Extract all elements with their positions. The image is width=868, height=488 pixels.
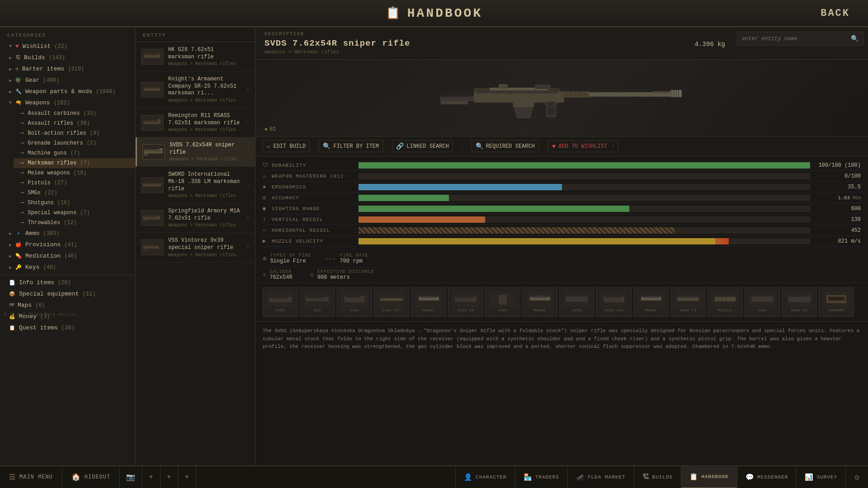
add-button[interactable]: + <box>142 466 160 488</box>
traders-nav-button[interactable]: 🏪 TRADERS <box>515 466 567 488</box>
sidebar-subitem-shotguns[interactable]: — Shotguns (16) <box>14 198 135 208</box>
ergonomics-bar-fill <box>359 184 562 190</box>
edit-build-button[interactable]: ✏ EDIT BUILD <box>263 140 310 152</box>
entity-item-6[interactable]: VSS Vintorez 9x39 special sniper rifle W… <box>136 233 255 262</box>
sidebar-item-barter[interactable]: ▶ ⚙ Barter items (219) <box>0 63 135 75</box>
sidebar-subitem-machine-guns[interactable]: — Machine guns (7) <box>14 148 135 158</box>
sidebar-subitem-assault-rifles[interactable]: — Assault rifles (39) <box>14 118 135 128</box>
sidebar-subitem-special[interactable]: — Special weapons (7) <box>14 208 135 218</box>
sidebar-subitem-smgs[interactable]: — SMGs (22) <box>14 188 135 198</box>
slot-img <box>786 291 813 307</box>
svg-rect-51 <box>380 298 403 301</box>
handbook-nav-button[interactable]: 📋 HANDBOOK <box>681 466 737 488</box>
svg-rect-11 <box>144 153 148 156</box>
sidebar-item-medication[interactable]: ▶ 💊 Medication (40) <box>0 250 135 262</box>
filter-icon: 🔍 <box>323 142 330 150</box>
infoitems-count: (26) <box>58 280 71 286</box>
vrecoil-bar <box>359 216 810 223</box>
slot-svds-4[interactable]: SVDS <box>559 287 594 317</box>
slot-svds-1[interactable]: SVDS <box>263 287 298 317</box>
muzzle-bar-fill <box>359 238 729 244</box>
expand-icon: ▼ <box>9 44 12 49</box>
keys-icon: 🔑 <box>15 264 22 270</box>
sidebar-subitem-pistols[interactable]: — Pistols (27) <box>14 178 135 188</box>
sidebar-subitem-grenade[interactable]: — Grenade launchers (2) <box>14 138 135 148</box>
sidebar-item-weapons[interactable]: ▼ 🔫 Weapons (182) <box>0 97 135 108</box>
entity-item-1[interactable]: Knight's Armament Company SR-25 7.62x51 … <box>136 71 255 108</box>
search-icon[interactable]: 🔍 <box>846 32 863 45</box>
sidebar-item-gear[interactable]: ▶ 🪖 Gear (400) <box>0 75 135 86</box>
barter-label: Barter items <box>22 66 65 72</box>
flea-market-nav-button[interactable]: 🦟 FLEA MARKET <box>567 466 634 488</box>
survey-nav-button[interactable]: 📊 SURVEY <box>796 466 845 488</box>
entity-img-1 <box>141 82 164 98</box>
entity-name-0: HK G28 7.62x51 marksman rifle <box>168 47 242 61</box>
builds-nav-button[interactable]: 🏗 BUILDS <box>634 466 681 488</box>
add-to-wishlist-button[interactable]: ♥ ADD TO WISHLIST › <box>548 141 618 152</box>
attachments-grid: SVDS SVD SVDS <box>255 283 868 322</box>
sidebar-item-ammo[interactable]: ▶ 🔹 Ammo (383) <box>0 228 135 239</box>
slot-svds-2[interactable]: SVDS <box>337 287 372 317</box>
sidebar-item-weaponparts[interactable]: ▶ 🔧 Weapon parts & mods (1948) <box>0 86 135 97</box>
entity-item-3[interactable]: SVDS 7.62x54R sniper rifle Weapons > Mar… <box>136 137 255 167</box>
slot-svds-3[interactable]: SVDS <box>485 287 520 317</box>
maps-icon: 🗺 <box>9 302 14 308</box>
entity-item-5[interactable]: Springfield Armory M1A 7.62x51 rifle Wea… <box>136 203 255 233</box>
sidebar-subitem-bolt-action[interactable]: — Bolt-action rifles (9) <box>14 128 135 138</box>
slot-svds-ub[interactable]: SVDS UB <box>448 287 483 317</box>
slot-img <box>526 291 553 307</box>
sidebar-item-specialequip[interactable]: 📦 Special equipment (11) <box>0 288 135 300</box>
slot-svds-gas[interactable]: SVDS gas <box>596 287 632 317</box>
slot-muzzle[interactable]: MUZZLE <box>708 287 743 317</box>
sidebar-item-wishlist[interactable]: ▼ ♥ Wishlist (22) <box>0 41 135 52</box>
slot-chamber[interactable]: CHAMBER <box>819 287 854 317</box>
provisions-icon: 🍎 <box>15 242 22 248</box>
sidebar-subitem-throwables[interactable]: — Throwables (12) <box>14 218 135 228</box>
slot-mount-2[interactable]: MOUNT <box>522 287 557 317</box>
messenger-nav-button[interactable]: 💬 MESSENGER <box>737 466 796 488</box>
slot-svds-fs[interactable]: SVDS FS <box>670 287 706 317</box>
slot-svd[interactable]: SVD <box>300 287 335 317</box>
slot-img <box>341 291 368 307</box>
plus3-button[interactable]: + <box>178 466 196 488</box>
slot-label: MOUNT <box>533 307 547 313</box>
camera-button[interactable]: 📷 <box>120 466 142 488</box>
entity-text-4: SWORD International Mk-18 .338 LM marksm… <box>168 171 242 198</box>
slot-mount-3[interactable]: MOUNT <box>633 287 669 317</box>
entity-sub-3: Weapons > Marksman rifles <box>170 157 242 162</box>
app-title: 📋 HANDBOOK <box>386 6 482 20</box>
sidebar-subitem-melee[interactable]: — Melee weapons (18) <box>14 168 135 178</box>
sidebar-item-questitems[interactable]: 📋 Quest items (38) <box>0 322 135 333</box>
sidebar-subitem-assault-carbines[interactable]: — Assault carbines (15) <box>14 108 135 118</box>
character-nav-button[interactable]: 👤 CHARACTER <box>455 466 514 488</box>
medication-label: Medication <box>25 253 61 259</box>
sidebar-item-provisions[interactable]: ▶ 🍎 Provisions (41) <box>0 239 135 250</box>
search-wrapper: 🔍 <box>737 32 863 46</box>
back-button[interactable]: BACK <box>821 8 850 19</box>
svg-rect-19 <box>143 248 148 251</box>
filter-by-item-button[interactable]: 🔍 FILTER BY ITEM <box>319 140 383 152</box>
slot-svds-rs[interactable]: SVDS RS <box>782 287 817 317</box>
slot-svds-5[interactable]: SVDS <box>745 287 780 317</box>
slot-svds22[interactable]: SVDS 22" <box>374 287 409 317</box>
vrecoil-label: VERTICAL RECOIL <box>272 217 353 222</box>
entity-item-4[interactable]: SWORD International Mk-18 .338 LM marksm… <box>136 167 255 203</box>
linked-search-button[interactable]: 🔗 LINKED SEARCH <box>392 140 453 152</box>
sidebar-item-infoitems[interactable]: 📄 Info items (26) <box>0 277 135 288</box>
settings-button[interactable]: ⚙ <box>845 466 868 488</box>
hideout-button[interactable]: 🏠 HIDEOUT <box>62 466 120 488</box>
required-search-button[interactable]: 🔍 REQUIRED SEARCH <box>472 140 539 152</box>
sidebar-item-builds[interactable]: ▶ 🏗 Builds (143) <box>0 52 135 63</box>
sidebar-item-maps[interactable]: 🗺 Maps (6) <box>0 300 135 311</box>
search2-icon: 🔍 <box>476 142 483 150</box>
search-input[interactable] <box>737 33 846 45</box>
camera-icon: 📷 <box>126 473 136 482</box>
sidebar-item-keys[interactable]: ▶ 🔑 Keys (40) <box>0 262 135 273</box>
slot-mount-1[interactable]: MOUNT <box>411 287 446 317</box>
plus2-button[interactable]: + <box>160 466 179 488</box>
sidebar-subitem-marksman[interactable]: — Marksman rifles (7) <box>14 158 135 168</box>
stat-muzzle-velocity: ▶ MUZZLE VELOCITY 821 m/s <box>263 236 861 247</box>
main-menu-button[interactable]: ☰ MAIN MENU <box>0 466 62 488</box>
entity-item-2[interactable]: Remington R11 RSASS 7.62x51 marksman rif… <box>136 108 255 137</box>
entity-item-0[interactable]: HK G28 7.62x51 marksman rifle Weapons > … <box>136 42 255 71</box>
